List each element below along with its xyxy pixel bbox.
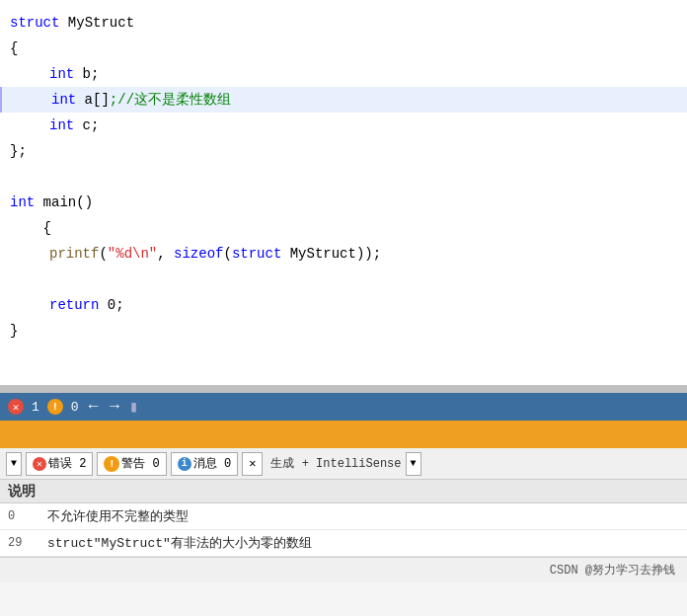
code-line-5: int c;: [0, 113, 687, 138]
code-line-1: struct MyStruct: [0, 10, 687, 36]
warning-filter-badge[interactable]: ! 警告 0: [97, 452, 166, 476]
error-toolbar: ✕ 1 ! 0 ← → ▮: [0, 393, 687, 421]
error-row-num-1: 0: [8, 509, 47, 523]
filter-dropdown[interactable]: ▼: [6, 452, 22, 476]
error-row-desc-2: struct"MyStruct"有非法的大小为零的数组: [47, 534, 679, 552]
code-line-3: int b;: [0, 61, 687, 87]
info-badge-icon: i: [178, 457, 191, 471]
errors-table-header: 说明: [0, 480, 687, 503]
keyword-struct: struct: [10, 10, 59, 36]
warning-icon: !: [47, 399, 63, 415]
string-format: "%d\n": [108, 241, 157, 267]
prev-error-button[interactable]: ←: [87, 398, 101, 416]
keyword-int-b: int: [49, 61, 74, 87]
code-line-6: };: [0, 138, 687, 164]
table-row[interactable]: 0 不允许使用不完整的类型: [0, 503, 687, 530]
generate-label: 生成 + IntelliSense: [270, 455, 401, 472]
footer-text: CSDN @努力学习去挣钱: [550, 562, 675, 578]
dropdown-arrow: ▼: [11, 458, 17, 469]
code-line-8: int main(): [0, 190, 687, 215]
error-badge-icon: ✕: [33, 457, 46, 471]
code-line-2: {: [0, 36, 687, 61]
comment-not-flex: ;//这不是柔性数组: [110, 87, 231, 113]
info-bar: [0, 421, 687, 448]
panel-separator: [0, 385, 687, 393]
code-line-10: printf("%d\n", sizeof(struct MyStruct));: [0, 241, 687, 267]
header-col-num: 说明: [8, 483, 47, 500]
toolbar-separator: ▮: [129, 397, 139, 417]
code-line-11: [0, 267, 687, 292]
table-row[interactable]: 29 struct"MyStruct"有非法的大小为零的数组: [0, 530, 687, 557]
bottom-panel: ✕ 1 ! 0 ← → ▮ ▼ ✕ 错误 2 ! 警告 0 i 消息 0: [0, 393, 687, 616]
info-badge-label: 消息 0: [193, 455, 231, 472]
generate-chevron: ▼: [411, 458, 417, 469]
clear-label: ✕: [249, 456, 256, 471]
warning-count: 0: [71, 400, 79, 415]
fn-printf: printf: [49, 241, 99, 267]
error-count: 1: [32, 400, 39, 415]
code-line-7: [0, 164, 687, 190]
error-row-desc-1: 不允许使用不完整的类型: [47, 507, 679, 525]
code-line-13: }: [0, 318, 687, 344]
warning-badge-label: 警告 0: [121, 455, 159, 472]
code-line-12: return 0;: [0, 292, 687, 318]
error-icon: ✕: [8, 399, 24, 415]
error-badge-label: 错误 2: [48, 455, 86, 472]
keyword-int-c: int: [49, 113, 74, 138]
clear-filter-button[interactable]: ✕: [242, 452, 263, 476]
warning-badge-icon: !: [104, 456, 119, 472]
error-row-num-2: 29: [8, 536, 47, 550]
error-filter-badge[interactable]: ✕ 错误 2: [26, 452, 93, 476]
generate-dropdown[interactable]: ▼: [406, 452, 421, 476]
keyword-return: return: [49, 292, 99, 318]
filter-toolbar: ▼ ✕ 错误 2 ! 警告 0 i 消息 0 ✕ 生成 + IntelliSen…: [0, 448, 687, 480]
code-line-9: {: [0, 215, 687, 241]
footer: CSDN @努力学习去挣钱: [0, 557, 687, 582]
keyword-int-main: int: [10, 190, 35, 215]
code-line-4: int a[];//这不是柔性数组: [0, 87, 687, 113]
keyword-struct-2: struct: [232, 241, 281, 267]
keyword-sizeof: sizeof: [174, 241, 223, 267]
code-editor: struct MyStruct { int b; int a[];//这不是柔性…: [0, 0, 687, 385]
keyword-int-a: int: [51, 87, 76, 113]
next-error-button[interactable]: →: [108, 398, 121, 416]
info-filter-badge[interactable]: i 消息 0: [171, 452, 238, 476]
